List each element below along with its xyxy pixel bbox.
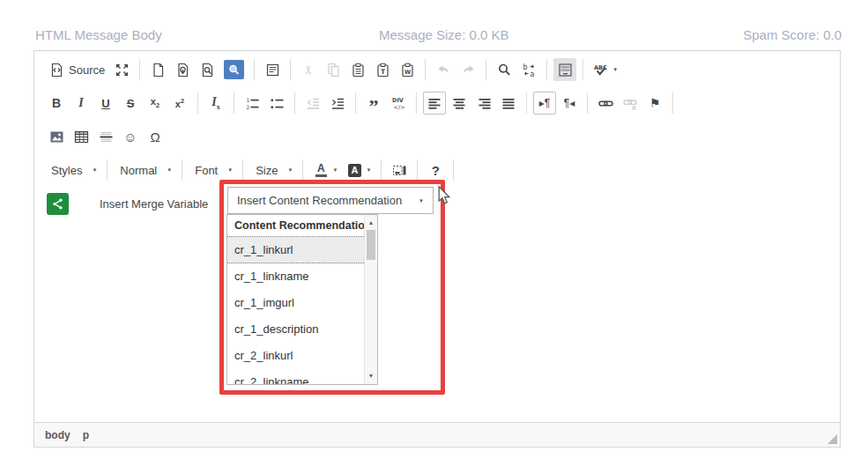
insert-content-recommendation-combo[interactable]: Insert Content Recommendation ▼ bbox=[227, 187, 434, 214]
share-button[interactable] bbox=[47, 193, 69, 215]
underline-button[interactable]: U bbox=[94, 92, 117, 115]
remove-format-button[interactable]: Ix bbox=[204, 92, 227, 115]
link-icon bbox=[597, 95, 613, 111]
print-button[interactable] bbox=[171, 58, 194, 81]
editor-content-area[interactable] bbox=[34, 220, 840, 422]
find-button[interactable] bbox=[493, 58, 516, 81]
align-left-button[interactable] bbox=[423, 92, 446, 115]
format-combo[interactable]: Normal▼ bbox=[114, 159, 175, 181]
image-button[interactable] bbox=[45, 125, 68, 148]
align-center-button[interactable] bbox=[448, 92, 471, 115]
outdent-button[interactable] bbox=[301, 92, 324, 115]
spellcheck-button[interactable]: ABC▼ bbox=[590, 58, 621, 81]
cut-button[interactable]: ✂ bbox=[297, 58, 320, 81]
italic-icon: I bbox=[73, 95, 89, 111]
copy-button[interactable] bbox=[322, 58, 345, 81]
bold-button[interactable]: B bbox=[45, 92, 68, 115]
bidi-rtl-icon: ¶◂ bbox=[561, 95, 577, 111]
link-button[interactable] bbox=[594, 92, 617, 115]
dropdown-list: cr_1_linkurlcr_1_linknamecr_1_imgurlcr_1… bbox=[227, 237, 364, 385]
scroll-thumb[interactable] bbox=[367, 230, 375, 260]
superscript-button[interactable]: x2 bbox=[168, 92, 191, 115]
bidi-ltr-button[interactable]: ▸¶ bbox=[533, 92, 556, 115]
paste-word-button[interactable]: W bbox=[396, 58, 419, 81]
paste-button[interactable] bbox=[346, 58, 369, 81]
content-recommendation-dropdown: Content Recommendation cr_1_linkurlcr_1_… bbox=[226, 214, 378, 385]
strike-button[interactable]: S bbox=[119, 92, 142, 115]
bulleted-list-icon bbox=[269, 95, 285, 111]
replace-button[interactable]: ba bbox=[517, 58, 540, 81]
unlink-button[interactable] bbox=[619, 92, 642, 115]
subscript-button[interactable]: x2 bbox=[144, 92, 167, 115]
font-combo-label: Font bbox=[195, 164, 218, 177]
new-page-icon bbox=[150, 62, 166, 78]
toolbar-separator bbox=[139, 59, 140, 80]
source-button[interactable]: Source bbox=[45, 58, 108, 81]
toolbar-row-4: Styles▼Normal▼Font▼Size▼A▼A▼? bbox=[45, 153, 829, 187]
align-justify-button[interactable] bbox=[497, 92, 520, 115]
element-path-body[interactable]: body bbox=[45, 429, 70, 441]
scroll-up-icon[interactable]: ▲ bbox=[365, 217, 377, 229]
numbered-list-button[interactable]: 12 bbox=[241, 92, 263, 115]
templates-button[interactable] bbox=[261, 58, 284, 81]
svg-text:b: b bbox=[523, 63, 527, 71]
dropdown-scrollbar[interactable]: ▲ ▼ bbox=[364, 215, 377, 384]
smiley-button[interactable]: ☺ bbox=[119, 125, 142, 148]
text-color-button[interactable]: A▼ bbox=[309, 159, 341, 181]
toolbar-separator bbox=[425, 59, 426, 80]
select-all-button[interactable] bbox=[553, 58, 576, 81]
undo-icon bbox=[435, 62, 451, 78]
insert-merge-variable-combo[interactable]: Insert Merge Variable ▼ bbox=[93, 192, 226, 215]
indent-button[interactable] bbox=[326, 92, 349, 115]
toolbar-separator bbox=[242, 159, 243, 181]
horizontal-line-button[interactable] bbox=[94, 125, 117, 148]
preview-button[interactable] bbox=[196, 58, 219, 81]
search-blue-button[interactable] bbox=[220, 58, 248, 81]
resize-handle[interactable] bbox=[827, 434, 837, 444]
blockquote-button[interactable]: ” bbox=[362, 92, 385, 115]
paste-word-icon: W bbox=[399, 62, 415, 78]
special-char-button[interactable]: Ω bbox=[144, 125, 167, 148]
dropdown-item[interactable]: cr_1_linkname bbox=[227, 263, 364, 290]
about-button[interactable]: ? bbox=[424, 159, 447, 181]
table-icon bbox=[73, 129, 89, 144]
table-button[interactable] bbox=[70, 125, 93, 148]
size-combo[interactable]: Size▼ bbox=[249, 159, 296, 181]
new-page-button[interactable] bbox=[146, 58, 169, 81]
dropdown-item[interactable]: cr_2_linkurl bbox=[227, 343, 364, 369]
bidi-rtl-button[interactable]: ¶◂ bbox=[558, 92, 581, 115]
font-combo[interactable]: Font▼ bbox=[189, 159, 236, 181]
align-right-button[interactable] bbox=[472, 92, 495, 115]
scroll-down-icon[interactable]: ▼ bbox=[365, 370, 377, 382]
styles-combo[interactable]: Styles▼ bbox=[45, 159, 100, 181]
maximize-button[interactable] bbox=[110, 58, 133, 81]
undo-button[interactable] bbox=[432, 58, 455, 81]
subscript-icon: x2 bbox=[147, 95, 163, 111]
element-path-p[interactable]: p bbox=[83, 429, 89, 441]
show-blocks-button[interactable] bbox=[388, 159, 411, 181]
redo-button[interactable] bbox=[456, 58, 479, 81]
anchor-button[interactable]: ⚑ bbox=[643, 92, 666, 115]
print-icon bbox=[174, 62, 190, 78]
bulleted-list-button[interactable] bbox=[265, 92, 288, 115]
toolbar-separator bbox=[254, 59, 255, 80]
dropdown-item[interactable]: cr_1_imgurl bbox=[227, 290, 364, 316]
insert-merge-variable-label: Insert Merge Variable bbox=[100, 197, 208, 211]
paste-text-button[interactable]: T bbox=[371, 58, 394, 81]
toolbar-separator bbox=[290, 59, 291, 80]
bidi-ltr-icon: ▸¶ bbox=[537, 95, 553, 111]
caret-down-icon: ▼ bbox=[332, 167, 338, 173]
remove-format-icon: Ix bbox=[208, 95, 224, 111]
div-container-button[interactable]: DIV</> bbox=[387, 92, 410, 115]
caret-down-icon: ▼ bbox=[167, 167, 172, 173]
strike-icon: S bbox=[122, 95, 138, 111]
dropdown-item[interactable]: cr_2_linkname bbox=[227, 369, 364, 385]
toolbar-separator bbox=[416, 93, 417, 114]
bg-color-button[interactable]: A▼ bbox=[343, 159, 375, 181]
dropdown-item[interactable]: cr_1_linkurl bbox=[227, 237, 364, 263]
toolbar-separator bbox=[182, 159, 182, 181]
italic-button[interactable]: I bbox=[70, 92, 93, 115]
dropdown-item[interactable]: cr_1_description bbox=[227, 316, 364, 343]
numbered-list-icon: 12 bbox=[244, 95, 260, 111]
text-color-icon: A bbox=[313, 162, 329, 178]
